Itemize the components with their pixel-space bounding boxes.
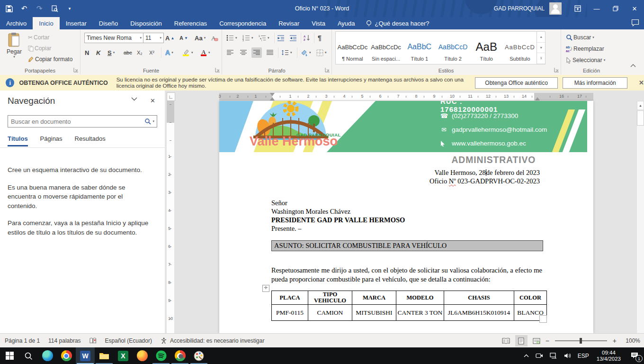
col-placa[interactable]: PLACA (272, 291, 308, 305)
col-modelo[interactable]: MODELO (396, 291, 444, 305)
table-move-handle[interactable]: ✛ (262, 285, 269, 292)
zoom-out-icon[interactable]: − (546, 337, 549, 345)
taskbar-firefox-icon[interactable] (133, 347, 152, 364)
find-button[interactable]: Buscar▾ (564, 32, 596, 43)
styles-scroll-up[interactable]: ▲ (537, 32, 545, 43)
shrink-font-button[interactable]: A▼ (178, 33, 189, 43)
taskbar-edge-icon[interactable] (38, 347, 57, 364)
tray-show-hidden-icons[interactable] (520, 347, 532, 364)
taskbar-chrome-icon[interactable] (57, 347, 76, 364)
language-status[interactable]: Español (Ecuador) (105, 337, 152, 344)
tab-diseno[interactable]: Diseño (93, 17, 124, 29)
nav-pane-options-icon[interactable] (131, 97, 137, 101)
font-name-combo[interactable]: Times New Roma▾ (84, 33, 144, 43)
nav-tab-titulos[interactable]: Títulos (8, 135, 28, 146)
replace-button[interactable]: abac Reemplazar (564, 44, 606, 54)
right-indent-marker[interactable] (535, 97, 540, 100)
borders-button[interactable]: ▾ (315, 47, 328, 58)
cut-button[interactable]: ✂Cortar (27, 32, 51, 43)
cell-tipo[interactable]: CAMION (308, 305, 352, 321)
paste-button[interactable]: Pegar ▾ (4, 32, 25, 59)
tray-clock[interactable]: 09:44 13/4/2023 (592, 347, 625, 364)
style-titulo[interactable]: AaB Título (470, 33, 503, 63)
grow-font-button[interactable]: A▲ (164, 33, 176, 43)
tab-referencias[interactable]: Referencias (168, 17, 213, 29)
nav-tab-resultados[interactable]: Resultados (75, 135, 106, 146)
taskbar-paint-app-icon[interactable] (189, 347, 208, 364)
document-search-box[interactable]: ▾ (8, 115, 157, 127)
taskbar-file-explorer-icon[interactable] (95, 347, 114, 364)
styles-scroll-down[interactable]: ▼ (537, 43, 545, 54)
left-indent-marker[interactable] (270, 97, 275, 100)
tray-network-icon[interactable] (546, 347, 561, 364)
cell-marca[interactable]: MITSUBISHI (352, 305, 396, 321)
justify-button[interactable] (265, 47, 275, 58)
col-tipo-vehiculo[interactable]: TIPO VEHICULO (308, 291, 352, 305)
shading-button[interactable]: ▾ (299, 47, 313, 58)
search-options-icon[interactable]: ▾ (152, 119, 154, 123)
estilos-dialog-launcher[interactable] (554, 67, 559, 73)
style-titulo-2[interactable]: AaBbCcD Título 2 (437, 33, 469, 63)
multilevel-list-button[interactable]: 1ai▾ (257, 33, 271, 43)
font-size-combo[interactable]: 11▾ (143, 33, 164, 43)
align-center-button[interactable] (238, 47, 249, 58)
style-normal[interactable]: AaBbCcDc ¶ Normal (336, 33, 369, 63)
increase-indent-button[interactable] (288, 33, 298, 43)
scrollbar-thumb[interactable] (637, 110, 644, 126)
table-resize-handle[interactable] (539, 315, 547, 323)
strikethrough-button[interactable]: abc (122, 47, 134, 58)
styles-gallery-more[interactable]: ⊻ (537, 53, 545, 64)
subscript-button[interactable]: X₂ (135, 47, 144, 58)
read-mode-view-icon[interactable] (500, 335, 512, 346)
more-info-button[interactable]: Más información (563, 77, 627, 89)
taskbar-search-button[interactable] (19, 347, 38, 364)
taskbar-word-icon[interactable]: W (76, 347, 95, 364)
style-sin-espaciado[interactable]: AaBbCcDc Sin espaci... (370, 33, 402, 63)
style-subtitulo[interactable]: AaBbCcD Subtítulo (504, 33, 537, 63)
select-button[interactable]: Seleccionar▾ (564, 55, 607, 65)
search-icon[interactable] (144, 118, 151, 125)
col-marca[interactable]: MARCA (352, 291, 396, 305)
proofing-status-icon[interactable] (89, 337, 97, 344)
tray-language[interactable]: ESP (574, 347, 592, 364)
nav-pane-close-icon[interactable]: ✕ (150, 97, 155, 104)
sort-button[interactable]: AZ (302, 33, 312, 43)
copy-button[interactable]: Copiar (27, 43, 53, 54)
tab-correspondencia[interactable]: Correspondencia (213, 17, 272, 29)
cell-placa[interactable]: PMF-0115 (272, 305, 308, 321)
taskbar-chrome-profile-icon[interactable] (170, 347, 189, 364)
col-color[interactable]: COLOR (514, 291, 547, 305)
scroll-up-icon[interactable]: ▲ (637, 101, 644, 110)
tab-vista[interactable]: Vista (305, 17, 331, 29)
minimize-button[interactable]: — (587, 0, 606, 17)
taskbar-spotify-icon[interactable] (152, 347, 170, 364)
decrease-indent-button[interactable] (276, 33, 286, 43)
nav-tab-paginas[interactable]: Páginas (40, 135, 63, 146)
tray-meet-now-icon[interactable] (532, 347, 546, 364)
account-name[interactable]: GAD PARROQUIAL (494, 5, 545, 12)
tab-archivo[interactable]: Archivo (0, 17, 33, 29)
word-count[interactable]: 114 palabras (48, 337, 81, 344)
parrafo-dialog-launcher[interactable] (325, 67, 330, 73)
fuente-dialog-launcher[interactable] (215, 67, 220, 73)
tab-inicio[interactable]: Inicio (33, 17, 59, 29)
comments-icon[interactable] (631, 19, 639, 27)
search-input[interactable] (8, 118, 144, 125)
tray-volume-icon[interactable] (561, 347, 574, 364)
clear-formatting-button[interactable]: A (209, 33, 220, 43)
cell-modelo[interactable]: CANTER 3 TON (396, 305, 444, 321)
zoom-in-icon[interactable]: + (613, 337, 617, 345)
bullets-button[interactable]: ▾ (225, 33, 239, 43)
cell-chasis[interactable]: JL6AMB6H15K010914 (444, 305, 514, 321)
underline-button[interactable]: S▾ (106, 47, 116, 58)
zoom-slider-thumb[interactable] (580, 338, 582, 344)
start-button[interactable] (0, 347, 19, 364)
format-painter-button[interactable]: Copiar formato (27, 54, 74, 64)
taskbar-excel-icon[interactable]: X (114, 347, 133, 364)
vertical-scrollbar[interactable]: ▲ (636, 101, 644, 333)
portapapeles-dialog-launcher[interactable] (73, 67, 79, 73)
tab-revisar[interactable]: Revisar (272, 17, 305, 29)
show-marks-button[interactable]: ¶ (316, 33, 323, 43)
italic-button[interactable]: K (95, 47, 102, 58)
restore-button[interactable] (606, 0, 625, 17)
